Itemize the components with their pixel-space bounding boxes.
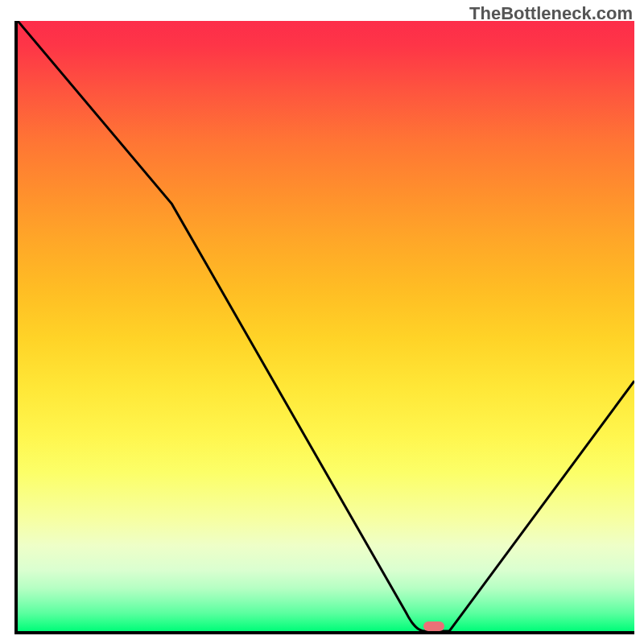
watermark-text: TheBottleneck.com bbox=[469, 3, 633, 24]
optimal-marker bbox=[423, 621, 444, 631]
plot-area bbox=[14, 21, 634, 634]
bottleneck-curve bbox=[18, 21, 634, 631]
chart-container: TheBottleneck.com bbox=[0, 0, 644, 644]
